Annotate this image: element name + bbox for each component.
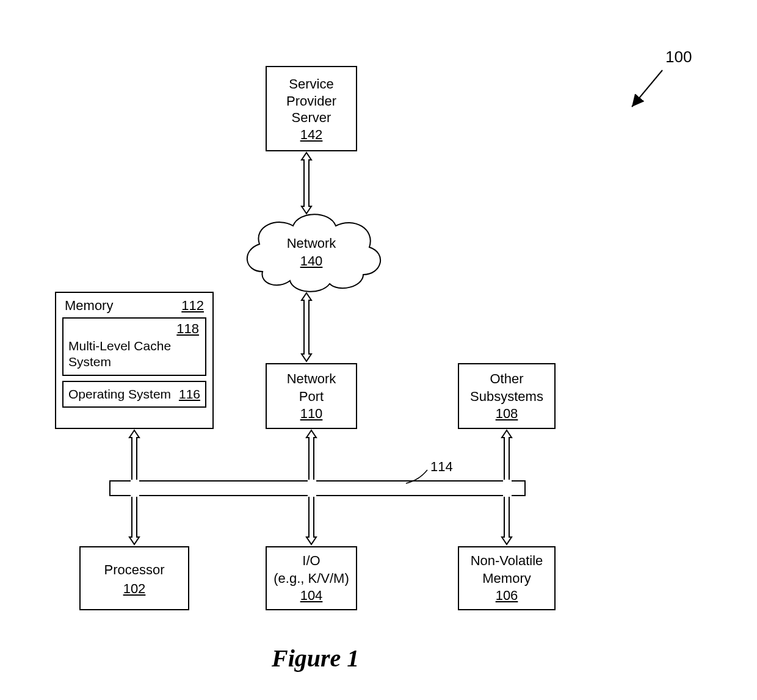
nvm-ref: 106	[459, 587, 554, 605]
network-port-box: Network Port 110	[266, 363, 357, 429]
other-subsystems-box: Other Subsystems 108	[458, 363, 556, 429]
processor-box: Processor 102	[79, 546, 189, 610]
server-line2: Provider	[267, 93, 356, 110]
other-line1: Other	[459, 370, 554, 388]
io-line1: I/O	[267, 552, 356, 570]
server-line3: Server	[267, 109, 356, 126]
processor-label: Processor	[81, 561, 188, 580]
netport-line2: Port	[267, 388, 356, 406]
svg-rect-6	[308, 494, 316, 497]
network-label: Network	[263, 235, 360, 253]
memory-ref: 112	[181, 298, 204, 314]
svg-rect-2	[131, 480, 139, 482]
nvm-line1: Non-Volatile	[459, 552, 554, 570]
other-ref: 108	[459, 405, 554, 423]
cache-label: Multi-Level Cache System	[68, 338, 200, 370]
figure-ref-label: 100	[665, 48, 692, 67]
nvm-box: Non-Volatile Memory 106	[458, 546, 556, 610]
os-ref: 116	[179, 387, 200, 402]
processor-ref: 102	[81, 580, 188, 599]
svg-rect-7	[503, 494, 512, 497]
svg-line-0	[632, 70, 662, 107]
memory-label: Memory	[65, 298, 113, 314]
svg-rect-4	[503, 480, 512, 482]
io-ref: 104	[267, 587, 356, 605]
io-box: I/O (e.g., K/V/M) 104	[266, 546, 357, 610]
io-line2: (e.g., K/V/M)	[267, 570, 356, 588]
svg-rect-3	[308, 480, 316, 482]
memory-box: Memory 112 118 Multi-Level Cache System …	[55, 292, 214, 429]
server-line1: Service	[267, 76, 356, 93]
server-ref: 142	[267, 126, 356, 143]
cache-ref: 118	[176, 321, 199, 337]
nvm-line2: Memory	[459, 570, 554, 588]
netport-ref: 110	[267, 405, 356, 423]
network-ref: 140	[263, 253, 360, 270]
os-box: Operating System 116	[62, 381, 206, 408]
os-label: Operating System	[68, 387, 171, 402]
bus-ref-label: 114	[430, 459, 453, 475]
diagram-canvas: 100 Service Provider Server 142 Network …	[0, 0, 757, 700]
svg-rect-1	[110, 481, 525, 496]
svg-rect-5	[131, 494, 139, 497]
netport-line1: Network	[267, 370, 356, 388]
network-cloud-label-group: Network 140	[263, 235, 360, 270]
figure-caption: Figure 1	[272, 644, 359, 673]
other-line2: Subsystems	[459, 388, 554, 406]
cache-box: 118 Multi-Level Cache System	[62, 317, 206, 376]
service-provider-server-box: Service Provider Server 142	[266, 66, 357, 151]
